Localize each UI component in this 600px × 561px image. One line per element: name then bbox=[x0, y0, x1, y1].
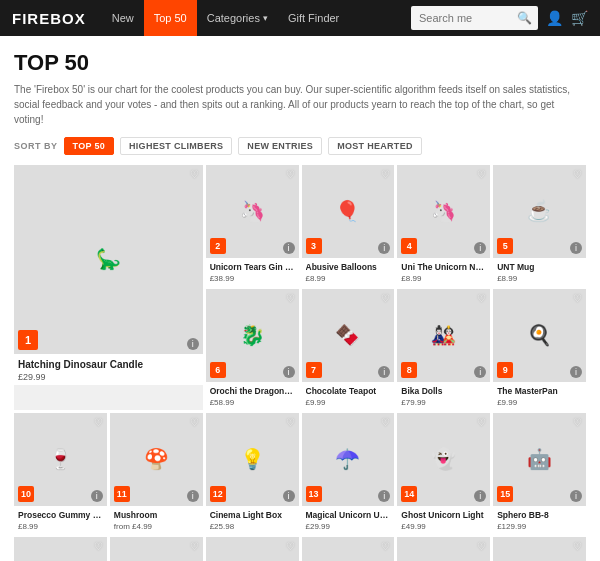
product-image-1: 🦕1♡i bbox=[14, 165, 203, 354]
heart-icon-5[interactable]: ♡ bbox=[573, 169, 582, 180]
product-image-21: 🧀21♡i bbox=[493, 537, 586, 561]
info-icon-11[interactable]: i bbox=[187, 490, 199, 502]
product-name-4: Uni The Unicorn Nigh... bbox=[401, 262, 486, 273]
info-icon-1[interactable]: i bbox=[187, 338, 199, 350]
product-card-4[interactable]: 🦄4♡iUni The Unicorn Nigh...£8.99 bbox=[397, 165, 490, 286]
site-header: FIREBOX NewTop 50Categories▾Gift Finder … bbox=[0, 0, 600, 36]
product-card-15[interactable]: 🤖15♡iSphero BB-8£129.99 bbox=[493, 413, 586, 534]
info-icon-7[interactable]: i bbox=[378, 366, 390, 378]
product-name-11: Mushroom bbox=[114, 510, 199, 521]
info-icon-8[interactable]: i bbox=[474, 366, 486, 378]
product-price-10: £8.99 bbox=[18, 522, 103, 531]
nav-item-categories[interactable]: Categories▾ bbox=[197, 0, 278, 36]
product-image-9: 🍳9♡i bbox=[493, 289, 586, 382]
product-card-13[interactable]: ☂️13♡iMagical Unicorn Um...£29.99 bbox=[302, 413, 395, 534]
product-card-2[interactable]: 🦄2♡iUnicorn Tears Gin Li...£38.99 bbox=[206, 165, 299, 286]
heart-icon-21[interactable]: ♡ bbox=[573, 541, 582, 552]
sort-btn-new-entries[interactable]: NEW ENTRIES bbox=[238, 137, 322, 155]
heart-icon-2[interactable]: ♡ bbox=[286, 169, 295, 180]
product-card-11[interactable]: 🍄11♡iMushroomfrom £4.99 bbox=[110, 413, 203, 534]
product-image-12: 💡12♡i bbox=[206, 413, 299, 506]
heart-icon-20[interactable]: ♡ bbox=[477, 541, 486, 552]
product-price-13: £29.99 bbox=[306, 522, 391, 531]
product-price-5: £8.99 bbox=[497, 274, 582, 283]
product-card-18[interactable]: 💦18♡iUnderwater Disco Li...£14.99 bbox=[206, 537, 299, 561]
info-icon-9[interactable]: i bbox=[570, 366, 582, 378]
heart-icon-1[interactable]: ♡ bbox=[190, 169, 199, 180]
info-icon-14[interactable]: i bbox=[474, 490, 486, 502]
nav-item-new[interactable]: New bbox=[102, 0, 144, 36]
search-input[interactable] bbox=[411, 12, 511, 24]
product-image-11: 🍄11♡i bbox=[110, 413, 203, 506]
product-card-6[interactable]: 🐉6♡iOrochi the Dragon N...£58.99 bbox=[206, 289, 299, 410]
product-price-8: £79.99 bbox=[401, 398, 486, 407]
product-price-14: £49.99 bbox=[401, 522, 486, 531]
product-card-7[interactable]: 🍫7♡iChocolate Teapot£9.99 bbox=[302, 289, 395, 410]
heart-icon-17[interactable]: ♡ bbox=[190, 541, 199, 552]
product-card-14[interactable]: 👻14♡iGhost Unicorn Light£49.99 bbox=[397, 413, 490, 534]
nav-item-gift-finder[interactable]: Gift Finder bbox=[278, 0, 349, 36]
info-icon-2[interactable]: i bbox=[283, 242, 295, 254]
product-price-3: £8.99 bbox=[306, 274, 391, 283]
heart-icon-10[interactable]: ♡ bbox=[94, 417, 103, 428]
heart-icon-6[interactable]: ♡ bbox=[286, 293, 295, 304]
heart-icon-15[interactable]: ♡ bbox=[573, 417, 582, 428]
heart-icon-18[interactable]: ♡ bbox=[286, 541, 295, 552]
info-icon-4[interactable]: i bbox=[474, 242, 486, 254]
info-icon-13[interactable]: i bbox=[378, 490, 390, 502]
search-bar[interactable]: 🔍 bbox=[411, 6, 538, 30]
product-card-8[interactable]: 🎎8♡iBika Dolls£79.99 bbox=[397, 289, 490, 410]
nav-item-top-50[interactable]: Top 50 bbox=[144, 0, 197, 36]
product-card-20[interactable]: 🪐20♡iSolar System Drinkin...£9.99 bbox=[397, 537, 490, 561]
product-card-10[interactable]: 🍷10♡iProsecco Gummy Be...£8.99 bbox=[14, 413, 107, 534]
search-button[interactable]: 🔍 bbox=[511, 11, 538, 25]
info-icon-15[interactable]: i bbox=[570, 490, 582, 502]
product-image-10: 🍷10♡i bbox=[14, 413, 107, 506]
heart-icon-3[interactable]: ♡ bbox=[381, 169, 390, 180]
product-card-17[interactable]: 🖖17♡iStar Trek: Original S...£9.99 bbox=[110, 537, 203, 561]
heart-icon-9[interactable]: ♡ bbox=[573, 293, 582, 304]
product-card-12[interactable]: 💡12♡iCinema Light Box£25.98 bbox=[206, 413, 299, 534]
product-card-1[interactable]: 🦕1♡iHatching Dinosaur Candle£29.99 bbox=[14, 165, 203, 410]
product-card-19[interactable]: ☕19♡iI F*cking Love You M...£7.99 bbox=[302, 537, 395, 561]
info-icon-12[interactable]: i bbox=[283, 490, 295, 502]
product-name-12: Cinema Light Box bbox=[210, 510, 295, 521]
account-icon[interactable]: 👤 bbox=[546, 10, 563, 26]
product-name-14: Ghost Unicorn Light bbox=[401, 510, 486, 521]
product-card-9[interactable]: 🍳9♡iThe MasterPan£9.99 bbox=[493, 289, 586, 410]
heart-icon-16[interactable]: ♡ bbox=[94, 541, 103, 552]
info-icon-6[interactable]: i bbox=[283, 366, 295, 378]
product-price-11: from £4.99 bbox=[114, 522, 199, 531]
product-image-18: 💦18♡i bbox=[206, 537, 299, 561]
site-logo[interactable]: FIREBOX bbox=[12, 10, 86, 27]
info-icon-5[interactable]: i bbox=[570, 242, 582, 254]
heart-icon-8[interactable]: ♡ bbox=[477, 293, 486, 304]
heart-icon-11[interactable]: ♡ bbox=[190, 417, 199, 428]
product-image-14: 👻14♡i bbox=[397, 413, 490, 506]
heart-icon-13[interactable]: ♡ bbox=[381, 417, 390, 428]
heart-icon-12[interactable]: ♡ bbox=[286, 417, 295, 428]
product-card-21[interactable]: 🧀21♡iThe Artisan Cheese ...£24.19 bbox=[493, 537, 586, 561]
product-image-5: ☕5♡i bbox=[493, 165, 586, 258]
heart-icon-4[interactable]: ♡ bbox=[477, 169, 486, 180]
product-emoji-1: 🦕 bbox=[14, 165, 203, 354]
product-name-2: Unicorn Tears Gin Li... bbox=[210, 262, 295, 273]
product-image-16: 👜16♡i bbox=[14, 537, 107, 561]
heart-icon-7[interactable]: ♡ bbox=[381, 293, 390, 304]
info-icon-10[interactable]: i bbox=[91, 490, 103, 502]
product-name-1: Hatching Dinosaur Candle bbox=[18, 358, 199, 371]
rank-badge-13: 13 bbox=[306, 486, 322, 502]
sort-btn-most-hearted[interactable]: MOST HEARTED bbox=[328, 137, 422, 155]
product-image-3: 🎈3♡i bbox=[302, 165, 395, 258]
sort-btn-highest-climbers[interactable]: HIGHEST CLIMBERS bbox=[120, 137, 232, 155]
heart-icon-19[interactable]: ♡ bbox=[381, 541, 390, 552]
product-card-5[interactable]: ☕5♡iUNT Mug£8.99 bbox=[493, 165, 586, 286]
basket-icon[interactable]: 🛒 bbox=[571, 10, 588, 26]
product-card-3[interactable]: 🎈3♡iAbusive Balloons£8.99 bbox=[302, 165, 395, 286]
product-grid: 🦕1♡iHatching Dinosaur Candle£29.99🦄2♡iUn… bbox=[14, 165, 586, 561]
product-card-16[interactable]: 👜16♡iWine Handbagfrom £16.46 bbox=[14, 537, 107, 561]
product-image-19: ☕19♡i bbox=[302, 537, 395, 561]
sort-btn-top-50[interactable]: TOP 50 bbox=[64, 137, 115, 155]
product-image-4: 🦄4♡i bbox=[397, 165, 490, 258]
heart-icon-14[interactable]: ♡ bbox=[477, 417, 486, 428]
